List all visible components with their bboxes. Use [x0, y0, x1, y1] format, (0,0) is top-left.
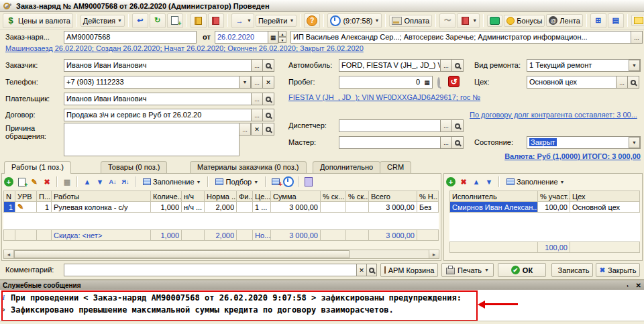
organization-field[interactable]: ИП Васильев Александр Сер...; Автосервис… [290, 31, 631, 44]
delete-row-button[interactable]: ✖ [42, 176, 52, 187]
print-button[interactable]: Печать ▼ [441, 263, 494, 277]
reason-open-button[interactable] [262, 123, 274, 136]
spin-up-icon[interactable]: ▲ [278, 31, 286, 37]
comment-field[interactable] [64, 264, 357, 276]
dispatcher-open-button[interactable] [451, 119, 464, 132]
mileage-reset-button[interactable]: ↺ [448, 76, 460, 87]
payer-select-button[interactable]: ... [251, 93, 263, 105]
order-dates-link[interactable]: Машинозаезд 26.02.2020; Создан 26.02.202… [5, 44, 364, 52]
works-extra-button[interactable] [303, 176, 314, 187]
catalog-menu-button[interactable]: ▼ [457, 13, 480, 28]
tab-customer-materials[interactable]: Материалы заказчика (0 поз.) [190, 161, 307, 173]
phone-field[interactable]: +7 (903) 1112233 [64, 76, 239, 89]
car-open-button[interactable] [451, 59, 464, 72]
edit-row-button[interactable]: ✎ [29, 176, 40, 187]
norms-time-button[interactable] [283, 176, 294, 187]
structure-button[interactable]: ⊞ [590, 13, 606, 28]
tab-additional[interactable]: Дополнительно [313, 161, 380, 173]
contract-field[interactable]: Продажа з\ч и сервис в Руб от 26.02.20 [64, 109, 252, 121]
payer-field[interactable]: Иванов Иван Иванович [64, 93, 252, 105]
repair-type-dropdown-button[interactable]: ▼ [629, 60, 640, 71]
comment-clear-button[interactable]: ✕ [356, 264, 367, 276]
dispatcher-select-button[interactable]: ... [440, 119, 452, 132]
customer-open-button[interactable] [262, 59, 274, 72]
scroll-thumb[interactable] [14, 250, 350, 258]
copy-row-button[interactable] [16, 176, 27, 187]
prices-currency-button[interactable]: $ Цены и валюта [3, 13, 73, 28]
customer-select-button[interactable]: ... [251, 59, 263, 72]
state-dropdown[interactable]: Закрыт [527, 136, 641, 149]
contract-open-button[interactable] [262, 109, 274, 121]
shop-open-button[interactable] [627, 76, 639, 89]
payment-button[interactable]: Оплата [389, 15, 432, 27]
help-button[interactable]: ? [304, 13, 320, 28]
list-button[interactable]: ▤ [608, 13, 624, 28]
ok-button[interactable]: ✔ ОК [498, 263, 546, 277]
phone-select-button[interactable]: ... [251, 76, 263, 89]
comment-open-button[interactable] [366, 264, 377, 276]
dispatcher-field[interactable] [339, 119, 441, 132]
add-row-button[interactable]: + [3, 176, 14, 187]
unpost-document-button[interactable] [208, 13, 224, 28]
tab-works[interactable]: Работы (1 поз.) [4, 161, 71, 174]
payer-open-button[interactable] [262, 93, 274, 105]
car-select-button[interactable]: ... [440, 59, 452, 72]
shop-select-button[interactable]: ... [616, 76, 628, 89]
reason-select-button[interactable]: ... [239, 123, 251, 136]
messages-close-icon[interactable]: ✕ [636, 282, 641, 289]
works-row[interactable]: 1 ✎ 1 Рулевая колонка - с/у 1,000 н/ч ..… [4, 202, 439, 213]
shop-field[interactable]: Основной цех [527, 76, 616, 89]
repair-type-dropdown[interactable]: 1 Текущий ремонт [527, 59, 641, 72]
mileage-field[interactable]: 0 [339, 76, 433, 89]
executor-delete-button[interactable]: ✖ [458, 176, 469, 187]
master-field[interactable] [339, 136, 441, 149]
feed-button[interactable]: @ Лента [546, 14, 582, 27]
order-date-field[interactable]: 26.02.2020 [215, 31, 268, 44]
executor-up-button[interactable]: ▲ [471, 176, 482, 187]
arm-basket-button[interactable]: АРМ Корзина [380, 263, 438, 277]
works-horizontal-scrollbar[interactable]: ◄ ► [3, 250, 439, 259]
contract-select-button[interactable]: ... [251, 109, 263, 121]
currency-total-link[interactable]: Валюта: Руб (1,0000) ИТОГО: 3 000,00 [470, 152, 641, 160]
actions-menu-button[interactable]: Действия▼ [80, 15, 125, 27]
executor-fill-menu-button[interactable]: Заполнение▼ [504, 176, 567, 188]
date-spinner[interactable]: ▲ ▼ [278, 31, 286, 43]
time-tracking-button[interactable]: (9:07:58)▼ [327, 13, 382, 28]
copy-document-button[interactable] [167, 13, 183, 28]
car-info-link[interactable]: FIESTA V (JH_, JD_); VIN WF0DXXGAJD6A296… [288, 93, 480, 101]
phone-dropdown-button[interactable]: ▼ [239, 76, 251, 89]
goto-menu-button[interactable]: Перейти▼ [256, 15, 297, 27]
sort-desc-button[interactable]: Я↓ [120, 176, 131, 187]
cash-register-button[interactable] [487, 15, 502, 27]
reason-clear-button[interactable]: ✕ [251, 123, 263, 136]
close-button[interactable]: ✖ Закрыть [596, 263, 640, 277]
disabled-calc-button[interactable]: ▦ [62, 176, 72, 187]
mileage-calc-button[interactable]: ▦ [422, 76, 432, 88]
save-button[interactable]: Записать [551, 263, 593, 277]
organization-select-button[interactable]: ... [631, 31, 643, 44]
executors-row[interactable]: Смирнов Иван Алексан... 100,00 Основной … [450, 202, 640, 213]
reason-field[interactable] [64, 123, 239, 156]
scroll-left-icon[interactable]: ◄ [4, 250, 14, 258]
note-button[interactable] [631, 15, 644, 26]
bonuses-button[interactable]: Бонусы [504, 15, 545, 27]
refresh-button[interactable]: ↻ [150, 13, 166, 28]
master-open-button[interactable] [451, 136, 464, 149]
master-select-button[interactable]: ... [440, 136, 452, 149]
car-field[interactable]: FORD, FIESTA V (JH_, JD_) VIN WF0( [339, 59, 441, 72]
customer-field[interactable]: Иванов Иван Иванович [64, 59, 252, 72]
reread-button[interactable]: ↩ [132, 13, 148, 28]
scroll-right-icon[interactable]: ► [429, 250, 439, 258]
move-down-button[interactable]: ▼ [95, 176, 105, 187]
calendar-button[interactable]: ▦ [268, 31, 278, 44]
move-up-button[interactable]: ▲ [82, 176, 93, 187]
contract-debt-link[interactable]: По договору долг контрагента составляет:… [470, 111, 637, 119]
pin-icon[interactable]: › [627, 283, 629, 289]
post-document-button[interactable] [191, 13, 207, 28]
state-dropdown-button[interactable]: ▼ [629, 137, 640, 148]
spin-down-icon[interactable]: ▼ [278, 37, 286, 43]
order-number-field[interactable]: АМ90007568 [64, 31, 197, 44]
disabled-tool-button[interactable]: 〜 [439, 13, 455, 28]
phone-clear-button[interactable]: ✕ [262, 76, 274, 89]
executor-add-button[interactable]: + [445, 176, 456, 187]
